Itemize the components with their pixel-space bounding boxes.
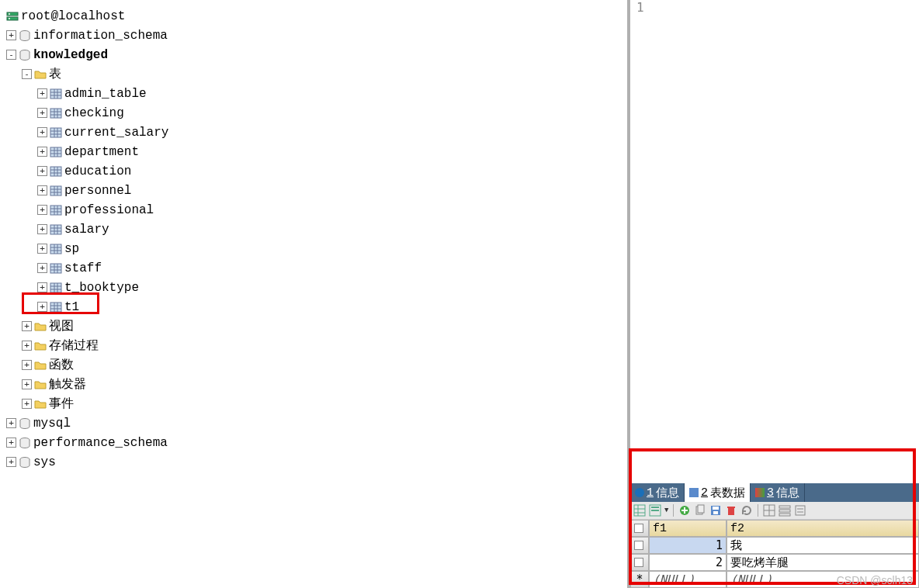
svg-rect-69	[634, 505, 645, 516]
tree-node-table[interactable]: +t1	[3, 297, 624, 316]
database-icon	[19, 417, 31, 430]
tab-info-1[interactable]: 1 信息	[630, 483, 685, 502]
tree-label: current_salary	[64, 126, 168, 140]
grid-view-icon[interactable]	[633, 504, 646, 517]
tree-node-db[interactable]: +sys	[3, 452, 624, 472]
wrap-icon[interactable]	[794, 504, 806, 517]
svg-rect-81	[713, 511, 718, 514]
refresh-icon[interactable]	[740, 504, 753, 517]
watermark: CSDN @sclh13	[837, 574, 913, 586]
folder-icon	[34, 340, 47, 352]
tree-node-db[interactable]: + information_schema	[3, 26, 624, 45]
tree-node-server[interactable]: root@localhost	[3, 6, 624, 26]
form-view-icon[interactable]	[649, 504, 661, 517]
cell-f1[interactable]: 1	[649, 537, 727, 554]
table-icon	[50, 204, 62, 216]
add-row-icon[interactable]	[678, 504, 691, 517]
svg-rect-36	[50, 206, 61, 215]
tree-node-folder[interactable]: +触发器	[3, 375, 624, 394]
table-icon	[50, 262, 62, 275]
expand-icon[interactable]: +	[6, 418, 16, 428]
globe-icon	[635, 488, 644, 497]
expand-icon[interactable]: +	[22, 360, 32, 370]
tree-node-table[interactable]: +admin_table	[3, 84, 624, 103]
cell-f1[interactable]: 2	[649, 554, 727, 571]
table-icon	[50, 185, 62, 197]
column-header-f2[interactable]: f2	[727, 520, 919, 537]
tree-label: sp	[64, 242, 79, 256]
folder-icon	[34, 68, 47, 81]
expand-icon[interactable]: +	[37, 127, 47, 137]
column-header-f1[interactable]: f1	[649, 520, 727, 537]
tree-node-folder[interactable]: +事件	[3, 394, 624, 413]
tree-node-tables-folder[interactable]: - 表	[3, 64, 624, 84]
new-row-marker[interactable]: *	[630, 571, 649, 588]
expand-icon[interactable]: +	[6, 30, 16, 40]
tree-node-db-expanded[interactable]: - knowledged	[3, 45, 624, 64]
expand-icon[interactable]: +	[22, 379, 32, 389]
save-icon[interactable]	[709, 504, 722, 517]
tab-number: 1	[647, 486, 654, 500]
tree-node-table[interactable]: +professional	[3, 200, 624, 220]
tab-data-2[interactable]: 2 表数据	[685, 483, 751, 502]
tree-node-db[interactable]: +performance_schema	[3, 433, 624, 452]
expand-icon[interactable]: +	[37, 88, 47, 99]
cell-f2[interactable]: 我	[727, 537, 919, 554]
tree-node-table[interactable]: +current_salary	[3, 123, 624, 142]
collapse-icon[interactable]: -	[22, 69, 32, 79]
svg-point-3	[9, 18, 10, 19]
dropdown-icon[interactable]: ▼	[664, 507, 668, 514]
expand-icon[interactable]: +	[37, 205, 47, 215]
tree-node-table[interactable]: +education	[3, 161, 624, 181]
tab-number: 3	[767, 486, 774, 500]
delete-icon[interactable]	[725, 504, 737, 517]
expand-icon[interactable]: +	[37, 302, 47, 312]
svg-rect-89	[779, 514, 790, 516]
expand-icon[interactable]: +	[37, 108, 47, 118]
tree-node-folder[interactable]: +存储过程	[3, 336, 624, 355]
expand-icon[interactable]: +	[37, 282, 47, 292]
tree-node-table[interactable]: +department	[3, 142, 624, 161]
copy-row-icon[interactable]	[694, 504, 706, 517]
expand-icon[interactable]: +	[37, 147, 47, 157]
expand-icon[interactable]: +	[6, 457, 16, 467]
tree-node-folder[interactable]: +视图	[3, 316, 624, 336]
tree-label: t_booktype	[64, 281, 139, 295]
tree-node-table[interactable]: +personnel	[3, 181, 624, 200]
tree-label: 事件	[49, 396, 74, 412]
grid-icon[interactable]	[763, 504, 775, 517]
tab-info-3[interactable]: 3 信息	[751, 483, 805, 502]
expand-icon[interactable]: +	[37, 166, 47, 176]
tree-node-folder[interactable]: +函数	[3, 355, 624, 375]
collapse-icon[interactable]: -	[6, 50, 16, 60]
tree-node-table[interactable]: +salary	[3, 220, 624, 239]
tree-label: education	[64, 164, 131, 178]
tree-label: department	[64, 145, 139, 159]
tab-label: 信息	[776, 486, 799, 500]
tree-label: professional	[64, 203, 154, 217]
expand-icon[interactable]: +	[6, 438, 16, 448]
expand-icon[interactable]: +	[37, 244, 47, 254]
expand-icon[interactable]: +	[37, 185, 47, 195]
svg-rect-41	[50, 225, 61, 234]
row-header[interactable]	[630, 537, 649, 554]
tree-node-table[interactable]: +sp	[3, 239, 624, 258]
cell-null[interactable]: (NULL)	[649, 571, 727, 588]
tree-label: t1	[64, 300, 79, 314]
expand-icon[interactable]: +	[37, 263, 47, 273]
expand-icon[interactable]: +	[22, 321, 32, 331]
tree-node-table[interactable]: +checking	[3, 103, 624, 123]
cell-f2[interactable]: 要吃烤羊腿	[727, 554, 919, 571]
expand-icon[interactable]: +	[37, 224, 47, 234]
expand-icon[interactable]: +	[22, 399, 32, 409]
row-header[interactable]	[630, 554, 649, 571]
tree-node-db[interactable]: +mysql	[3, 413, 624, 433]
tree-node-table[interactable]: +t_booktype	[3, 278, 624, 297]
text-grid-icon[interactable]	[779, 504, 791, 517]
grid-corner[interactable]	[630, 520, 649, 537]
chart-icon	[755, 488, 765, 497]
svg-rect-74	[651, 507, 659, 508]
tree-label: sys	[33, 455, 56, 469]
tree-node-table[interactable]: +staff	[3, 258, 624, 278]
expand-icon[interactable]: +	[22, 341, 32, 351]
